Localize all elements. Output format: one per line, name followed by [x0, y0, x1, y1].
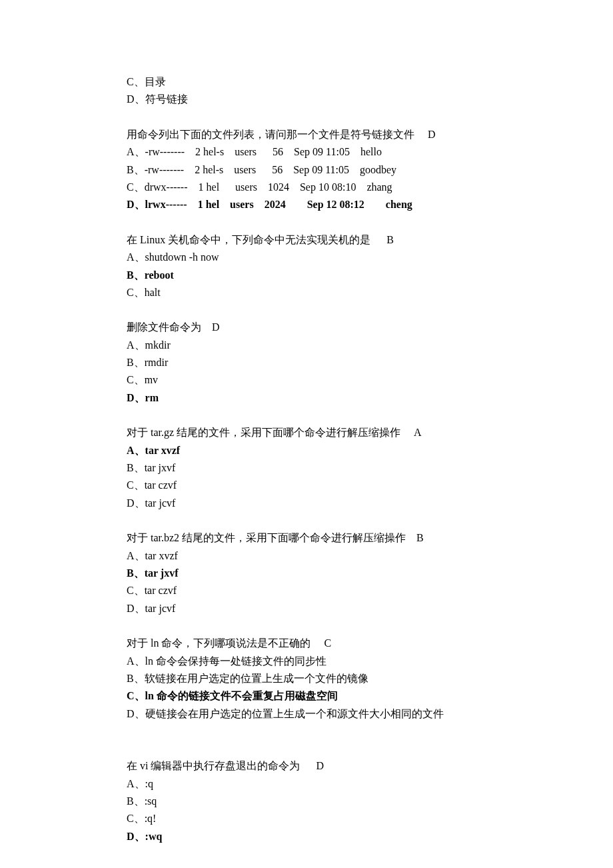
question-shutdown: 在 Linux 关机命令中，下列命令中无法实现关机的是 B A、shutdown…	[127, 231, 486, 302]
question-symlink: 用命令列出下面的文件列表，请问那一个文件是符号链接文件 D A、-rw-----…	[127, 126, 486, 214]
option-b-answer: B、tar jxvf	[127, 565, 486, 582]
option-d: D、符号链接	[127, 91, 486, 108]
option-a: A、tar xvzf	[127, 547, 486, 565]
option-a: A、ln 命令会保持每一处链接文件的同步性	[127, 653, 486, 670]
question-stem: 删除文件命令为 D	[127, 319, 486, 336]
option-a: A、:q	[127, 775, 486, 793]
option-c: C、halt	[127, 284, 486, 301]
option-a-answer: A、tar xvzf	[127, 442, 486, 459]
option-d: D、tar jcvf	[127, 600, 486, 617]
option-a: A、shutdown -h now	[127, 249, 486, 266]
option-a: A、-rw------- 2 hel-s users 56 Sep 09 11:…	[127, 143, 486, 161]
orphan-options: C、目录 D、符号链接	[127, 73, 486, 109]
question-stem: 在 Linux 关机命令中，下列命令中无法实现关机的是 B	[127, 231, 486, 249]
option-b: B、:sq	[127, 793, 486, 810]
option-d: D、tar jcvf	[127, 495, 486, 512]
question-targz: 对于 tar.gz 结尾的文件，采用下面哪个命令进行解压缩操作 A A、tar …	[127, 424, 486, 512]
question-stem: 对于 tar.bz2 结尾的文件，采用下面哪个命令进行解压缩操作 B	[127, 529, 486, 547]
option-c: C、:q!	[127, 810, 486, 827]
option-b-answer: B、reboot	[127, 267, 486, 284]
question-stem: 用命令列出下面的文件列表，请问那一个文件是符号链接文件 D	[127, 126, 486, 143]
question-stem: 对于 ln 命令，下列哪项说法是不正确的 C	[127, 635, 486, 652]
option-c: C、tar czvf	[127, 477, 486, 494]
option-d-answer: D、lrwx------ 1 hel users 2024 Sep 12 08:…	[127, 196, 486, 213]
option-a: A、mkdir	[127, 337, 486, 354]
question-stem: 对于 tar.gz 结尾的文件，采用下面哪个命令进行解压缩操作 A	[127, 424, 486, 441]
option-b: B、rmdir	[127, 354, 486, 371]
option-c: C、mv	[127, 371, 486, 389]
option-c: C、drwx------ 1 hel users 1024 Sep 10 08:…	[127, 179, 486, 196]
question-vi-save: 在 vi 编辑器中执行存盘退出的命令为 D A、:q B、:sq C、:q! D…	[127, 757, 486, 845]
option-d-answer: D、:wq	[127, 828, 486, 845]
option-d: D、硬链接会在用户选定的位置上生成一个和源文件大小相同的文件	[127, 705, 486, 723]
option-c: C、目录	[127, 73, 486, 91]
question-tarbz2: 对于 tar.bz2 结尾的文件，采用下面哪个命令进行解压缩操作 B A、tar…	[127, 529, 486, 617]
option-b: B、tar jxvf	[127, 459, 486, 477]
option-b: B、-rw------- 2 hel-s users 56 Sep 09 11:…	[127, 161, 486, 179]
option-c: C、tar czvf	[127, 582, 486, 599]
option-d-answer: D、rm	[127, 389, 486, 407]
question-ln: 对于 ln 命令，下列哪项说法是不正确的 C A、ln 命令会保持每一处链接文件…	[127, 635, 486, 723]
question-delete-file: 删除文件命令为 D A、mkdir B、rmdir C、mv D、rm	[127, 319, 486, 407]
option-c-answer: C、ln 命令的链接文件不会重复占用磁盘空间	[127, 687, 486, 705]
question-stem: 在 vi 编辑器中执行存盘退出的命令为 D	[127, 757, 486, 775]
option-b: B、软链接在用户选定的位置上生成一个文件的镜像	[127, 670, 486, 687]
